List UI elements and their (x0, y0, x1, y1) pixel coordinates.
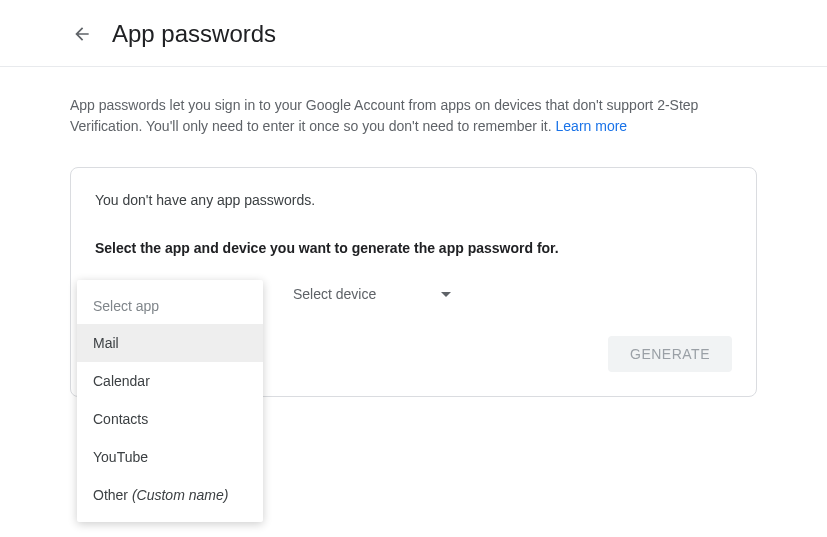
dropdown-option-other[interactable]: Other (Custom name) (77, 476, 263, 514)
dropdown-option-contacts[interactable]: Contacts (77, 400, 263, 438)
page-header: App passwords (0, 0, 827, 67)
dropdown-header: Select app (77, 288, 263, 324)
select-app-dropdown: Select app Mail Calendar Contacts YouTub… (77, 280, 263, 522)
dropdown-option-mail[interactable]: Mail (77, 324, 263, 362)
select-device-wrapper: Select device (289, 280, 459, 308)
back-arrow-icon[interactable] (70, 22, 94, 46)
select-device-field[interactable]: Select device (289, 280, 459, 308)
chevron-down-icon (441, 292, 451, 297)
empty-state-text: You don't have any app passwords. (95, 192, 732, 208)
instruction-text: Select the app and device you want to ge… (95, 240, 732, 256)
select-device-value: Select device (293, 286, 376, 302)
dropdown-option-calendar[interactable]: Calendar (77, 362, 263, 400)
learn-more-link[interactable]: Learn more (556, 118, 628, 134)
dropdown-option-youtube[interactable]: YouTube (77, 438, 263, 476)
select-app-wrapper: Select app Select app Mail Calendar Cont… (95, 280, 265, 308)
description-text: App passwords let you sign in to your Go… (70, 95, 757, 137)
app-passwords-card: You don't have any app passwords. Select… (70, 167, 757, 397)
page-title: App passwords (112, 20, 276, 48)
generate-button[interactable]: Generate (608, 336, 732, 372)
content-area: App passwords let you sign in to your Go… (0, 67, 827, 397)
selector-row: Select app Select app Mail Calendar Cont… (95, 280, 732, 308)
